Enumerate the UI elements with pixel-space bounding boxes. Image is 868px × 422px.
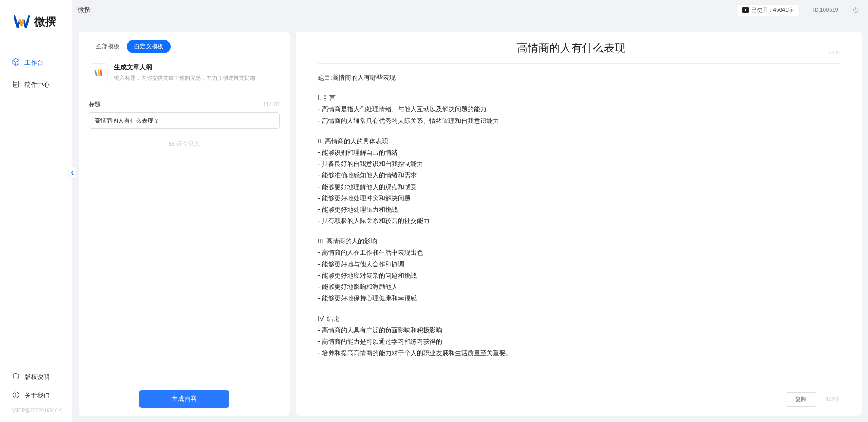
template-card: 生成文章大纲 输入标题，为你提供文章主体的灵感，并为其创建推文提纲 bbox=[89, 63, 280, 82]
empty-hint-text: 请空录入 bbox=[176, 140, 200, 148]
right-panel: 高情商的人有什么表现 10/100 题目:高情商的人有哪些表现I. 引言 - 高… bbox=[296, 32, 862, 416]
sidebar-bottom: 版权说明 关于我们 鄂ICP备2022016946号 bbox=[0, 368, 72, 422]
output-header: 高情商的人有什么表现 10/100 bbox=[318, 41, 840, 64]
sidebar-item-workspace[interactable]: 工作台 bbox=[0, 54, 72, 71]
svg-point-6 bbox=[16, 394, 16, 394]
title-label-row: 标题 11/100 bbox=[89, 100, 280, 109]
sidebar-item-drafts[interactable]: 稿件中心 bbox=[0, 76, 72, 93]
output-section: III. 高情商的人的影响 - 高情商的人在工作和生活中表现出色 - 能够更好地… bbox=[318, 236, 840, 304]
title-char-count: 11/100 bbox=[263, 101, 280, 108]
output-section: 题目:高情商的人有哪些表现 bbox=[318, 72, 840, 83]
text-badge-icon: T bbox=[742, 7, 749, 13]
panels: 全部模板 自定义模板 生成文章大纲 输入标题，为你提供文章主体的灵感， bbox=[72, 32, 868, 422]
chevron-left-icon bbox=[71, 170, 74, 175]
icp-text: 鄂ICP备2022016946号 bbox=[0, 405, 72, 417]
nav-items: 工作台 稿件中心 bbox=[0, 43, 72, 368]
nav-label: 工作台 bbox=[24, 59, 43, 67]
nav-label: 稿件中心 bbox=[24, 81, 50, 89]
right-panel-footer: 复制 404字 bbox=[318, 387, 840, 407]
power-icon bbox=[852, 6, 860, 14]
template-info: 生成文章大纲 输入标题，为你提供文章主体的灵感，并为其创建推文提纲 bbox=[114, 63, 280, 82]
sidebar-item-copyright[interactable]: 版权说明 bbox=[0, 368, 72, 386]
usage-label: 已使用：45641字 bbox=[751, 6, 793, 14]
template-icon bbox=[89, 63, 108, 82]
sidebar: 微撰 工作台 稿件中心 版权说明 bbox=[0, 0, 72, 422]
logo-icon bbox=[14, 14, 30, 30]
empty-hint: 请空录入 bbox=[89, 140, 280, 148]
logo: 微撰 bbox=[0, 0, 72, 43]
inbox-icon bbox=[168, 140, 175, 148]
bottom-item-label: 关于我们 bbox=[24, 392, 50, 400]
sidebar-collapse-handle[interactable] bbox=[69, 167, 76, 178]
tab-all-templates[interactable]: 全部模板 bbox=[89, 40, 127, 53]
template-name: 生成文章大纲 bbox=[114, 63, 280, 71]
copy-button[interactable]: 复制 bbox=[786, 392, 816, 407]
document-icon bbox=[12, 80, 20, 90]
user-id: ID:100519 bbox=[813, 7, 838, 13]
word-count: 404字 bbox=[825, 396, 840, 403]
template-tabs: 全部模板 自定义模板 bbox=[89, 40, 280, 53]
title-label: 标题 bbox=[89, 100, 100, 109]
output-title-count: 10/100 bbox=[825, 50, 840, 55]
output-section: II. 高情商的人的具体表现 - 能够识别和理解自己的情绪 - 具备良好的自我意… bbox=[318, 136, 840, 227]
left-panel-footer: 生成内容 bbox=[89, 390, 280, 408]
brand-name: 微撰 bbox=[34, 14, 56, 29]
generate-button[interactable]: 生成内容 bbox=[139, 390, 229, 408]
top-bar: 微撰 T 已使用：45641字 ID:100519 bbox=[72, 0, 868, 20]
power-button[interactable] bbox=[852, 6, 860, 14]
svg-rect-7 bbox=[169, 142, 173, 145]
output-section: IV. 结论 - 高情商的人具有广泛的负面影响和积极影响 - 高情商的能力是可以… bbox=[318, 313, 840, 359]
usage-pill[interactable]: T 已使用：45641字 bbox=[736, 4, 799, 16]
main-area: 微撰 T 已使用：45641字 ID:100519 全部模板 自定义模板 bbox=[72, 0, 868, 422]
tab-custom-templates[interactable]: 自定义模板 bbox=[127, 40, 171, 53]
info-icon bbox=[12, 391, 20, 400]
top-bar-right: T 已使用：45641字 ID:100519 bbox=[736, 4, 860, 16]
cube-icon bbox=[12, 58, 20, 67]
output-title: 高情商的人有什么表现 bbox=[318, 41, 825, 55]
app-title: 微撰 bbox=[78, 6, 91, 14]
output-body[interactable]: 题目:高情商的人有哪些表现I. 引言 - 高情商是指人们处理情绪、与他人互动以及… bbox=[318, 72, 840, 387]
left-panel: 全部模板 自定义模板 生成文章大纲 输入标题，为你提供文章主体的灵感， bbox=[79, 32, 290, 416]
shield-icon bbox=[12, 372, 20, 382]
template-desc: 输入标题，为你提供文章主体的灵感，并为其创建推文提纲 bbox=[114, 74, 280, 82]
books-icon bbox=[93, 67, 104, 78]
bottom-item-label: 版权说明 bbox=[24, 373, 50, 381]
output-section: I. 引言 - 高情商是指人们处理情绪、与他人互动以及解决问题的能力 - 高情商… bbox=[318, 92, 840, 127]
app-root: 微撰 工作台 稿件中心 版权说明 bbox=[0, 0, 868, 422]
title-input[interactable] bbox=[89, 112, 280, 129]
sidebar-item-about[interactable]: 关于我们 bbox=[0, 386, 72, 405]
